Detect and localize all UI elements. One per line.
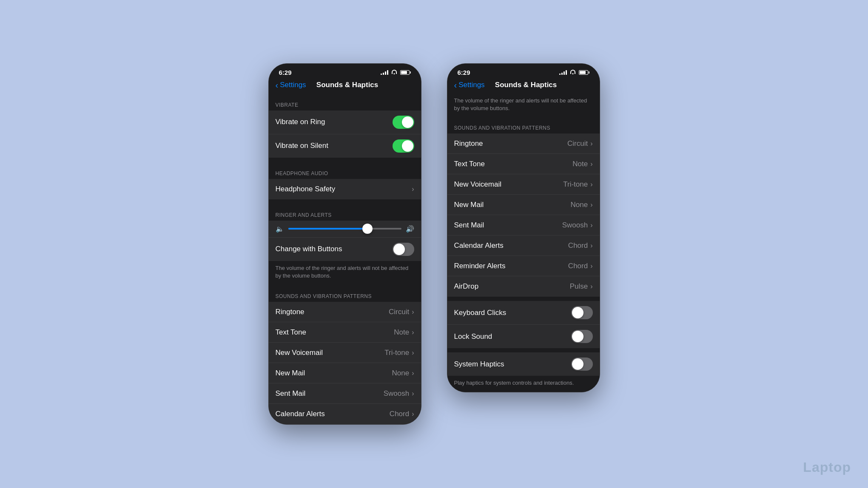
headphone-safety-chevron: › — [412, 185, 414, 193]
text-tone-right-r: Note › — [572, 160, 592, 168]
new-mail-value-right: None — [571, 201, 588, 209]
calendar-alerts-chevron-left: › — [412, 410, 414, 418]
headphone-safety-right: › — [412, 185, 414, 193]
ringtone-right-r: Circuit › — [567, 139, 593, 148]
ringer-slider-row[interactable]: 🔈 🔊 — [269, 221, 421, 238]
calendar-alerts-row-right[interactable]: Calendar Alerts Chord › — [447, 235, 600, 256]
new-voicemail-value-right: Tri-tone — [563, 180, 588, 189]
nav-title-right: Sounds & Haptics — [459, 81, 593, 89]
system-haptics-toggle-right[interactable] — [571, 357, 593, 371]
vibrate-ring-row[interactable]: Vibrate on Ring — [269, 111, 421, 134]
system-haptics-row-right[interactable]: System Haptics — [447, 352, 600, 376]
status-time-right: 6:29 — [458, 69, 470, 76]
signal-icon-left — [381, 70, 388, 75]
sent-mail-chevron-right: › — [590, 221, 592, 229]
nav-title-left: Sounds & Haptics — [281, 81, 414, 89]
calendar-alerts-right-r: Chord › — [568, 241, 593, 250]
headphone-safety-label: Headphone Safety — [276, 185, 336, 193]
ringtone-row[interactable]: Ringtone Circuit › — [269, 302, 421, 322]
lock-sound-row-right[interactable]: Lock Sound — [447, 325, 600, 348]
section-header-sounds-right: SOUNDS AND VIBRATION PATTERNS — [447, 116, 600, 133]
reminder-alerts-label-right: Reminder Alerts — [454, 262, 506, 270]
new-mail-row[interactable]: New Mail None › — [269, 363, 421, 383]
lock-sound-label-right: Lock Sound — [454, 332, 492, 341]
new-mail-row-right[interactable]: New Mail None › — [447, 195, 600, 215]
status-time-left: 6:29 — [279, 69, 292, 76]
sent-mail-label: Sent Mail — [276, 389, 306, 398]
new-mail-right: None › — [392, 369, 414, 377]
ringtone-row-right[interactable]: Ringtone Circuit › — [447, 133, 600, 154]
vibrate-silent-row[interactable]: Vibrate on Silent — [269, 134, 421, 158]
calendar-alerts-row-left[interactable]: Calendar Alerts Chord › — [269, 404, 421, 424]
ringer-slider-track[interactable] — [288, 228, 401, 230]
change-buttons-toggle[interactable] — [393, 243, 414, 256]
nav-bar-right: ‹ Settings Sounds & Haptics — [447, 79, 600, 94]
vibrate-group: Vibrate on Ring Vibrate on Silent — [269, 111, 421, 158]
text-tone-row-right[interactable]: Text Tone Note › — [447, 154, 600, 174]
section-header-ringer: RINGER AND ALERTS — [269, 204, 421, 221]
new-voicemail-label-right: New Voicemail — [454, 180, 502, 189]
back-chevron-right: ‹ — [454, 80, 457, 90]
back-chevron-left: ‹ — [276, 80, 279, 90]
status-bar-left: 6:29 — [269, 64, 421, 79]
airdrop-chevron-right: › — [590, 283, 592, 290]
new-voicemail-label: New Voicemail — [276, 349, 323, 357]
vibrate-ring-toggle[interactable] — [393, 116, 414, 129]
headphone-safety-row[interactable]: Headphone Safety › — [269, 179, 421, 199]
wifi-icon-left — [391, 70, 398, 75]
haptics-info-text: Play haptics for system controls and int… — [447, 376, 600, 392]
haptics-group-right: System Haptics — [447, 352, 600, 376]
calendar-alerts-value-right: Chord — [568, 241, 588, 250]
new-mail-chevron: › — [412, 369, 414, 377]
vibrate-silent-toggle[interactable] — [393, 139, 414, 153]
ringtone-chevron: › — [412, 308, 414, 316]
change-buttons-row[interactable]: Change with Buttons — [269, 238, 421, 261]
lock-sound-toggle-right[interactable] — [571, 330, 593, 343]
wifi-icon-right — [569, 70, 576, 75]
vibrate-silent-label: Vibrate on Silent — [276, 142, 328, 150]
reminder-alerts-row-right[interactable]: Reminder Alerts Chord › — [447, 256, 600, 276]
text-tone-right: Note › — [394, 328, 414, 337]
divider-right-2 — [447, 348, 600, 352]
new-voicemail-right-r: Tri-tone › — [563, 180, 592, 189]
phone-content-left: VIBRATE Vibrate on Ring Vibrate on Silen… — [269, 94, 421, 424]
volume-low-icon: 🔈 — [276, 225, 284, 233]
new-mail-label: New Mail — [276, 369, 305, 377]
system-haptics-label-right: System Haptics — [454, 360, 504, 369]
vibrate-ring-label: Vibrate on Ring — [276, 118, 325, 126]
airdrop-row-right[interactable]: AirDrop Pulse › — [447, 276, 600, 297]
sent-mail-row-right[interactable]: Sent Mail Swoosh › — [447, 215, 600, 235]
keyboard-clicks-toggle-right[interactable] — [571, 306, 593, 319]
keyboard-group-right: Keyboard Clicks Lock Sound — [447, 301, 600, 348]
sent-mail-value-right: Swoosh — [562, 221, 588, 230]
sent-mail-value: Swoosh — [384, 389, 409, 398]
new-voicemail-chevron: › — [412, 349, 414, 357]
new-mail-right-r: None › — [571, 201, 593, 209]
reminder-alerts-right-r: Chord › — [568, 262, 593, 270]
new-mail-value: None — [392, 369, 410, 377]
sent-mail-label-right: Sent Mail — [454, 221, 484, 230]
calendar-alerts-label-right: Calendar Alerts — [454, 241, 504, 250]
text-tone-row[interactable]: Text Tone Note › — [269, 322, 421, 343]
reminder-alerts-chevron-right: › — [590, 262, 592, 270]
new-voicemail-row[interactable]: New Voicemail Tri-tone › — [269, 343, 421, 363]
section-header-sounds: SOUNDS AND VIBRATION PATTERNS — [269, 285, 421, 302]
section-header-vibrate: VIBRATE — [269, 94, 421, 111]
divider-2 — [269, 199, 421, 204]
ringtone-value-right: Circuit — [567, 139, 588, 148]
text-tone-chevron-right: › — [590, 160, 592, 168]
divider-right-1 — [447, 297, 600, 301]
text-tone-label-right: Text Tone — [454, 160, 485, 168]
change-buttons-label: Change with Buttons — [276, 245, 342, 253]
new-voicemail-row-right[interactable]: New Voicemail Tri-tone › — [447, 174, 600, 195]
laptop-watermark: Laptop — [803, 460, 851, 475]
status-bar-right: 6:29 — [447, 64, 600, 79]
divider-1 — [269, 158, 421, 162]
keyboard-clicks-row-right[interactable]: Keyboard Clicks — [447, 301, 600, 325]
sent-mail-row[interactable]: Sent Mail Swoosh › — [269, 383, 421, 404]
ringtone-label: Ringtone — [276, 308, 305, 316]
sent-mail-right-r: Swoosh › — [562, 221, 593, 230]
ringer-slider-thumb[interactable] — [362, 224, 373, 234]
status-icons-left — [381, 70, 411, 75]
section-header-headphone: HEADPHONE AUDIO — [269, 162, 421, 179]
